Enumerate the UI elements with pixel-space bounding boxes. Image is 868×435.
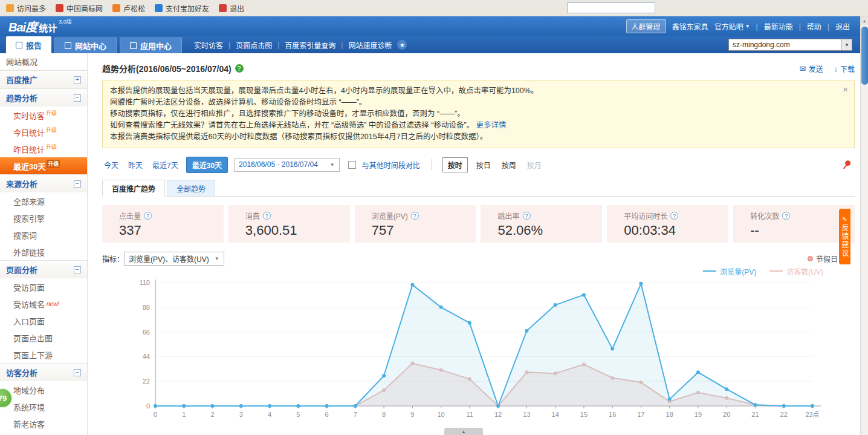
tab-site-center[interactable]: 网站中心: [54, 38, 117, 53]
header-nav: 报告 网站中心 应用中心 实时访客 | 页面点击图 | 百度索引量查询 | 网站…: [0, 36, 868, 53]
help-icon[interactable]: ?: [782, 212, 790, 220]
quick-link-index-query[interactable]: 百度索引量查询: [285, 40, 335, 50]
sidebar-item-visited-pages[interactable]: 受访页面: [0, 278, 87, 295]
quick-link-realtime-visitors[interactable]: 实时访客: [194, 40, 223, 50]
pin-icon[interactable]: [840, 158, 853, 172]
scroll-up-arrow[interactable]: ▲: [861, 16, 868, 25]
sidebar-item-entry-pages[interactable]: 入口页面: [0, 312, 87, 329]
granularity-hourly[interactable]: 按时: [442, 157, 468, 172]
new-features-link[interactable]: 最新功能: [764, 21, 793, 31]
granularity-weekly[interactable]: 按周: [499, 160, 519, 170]
sidebar-item-site-overview[interactable]: 网站概况: [0, 53, 87, 70]
help-link[interactable]: 帮助: [807, 21, 821, 31]
sidebar-item-realtime-visitors[interactable]: 实时访客 升级: [0, 106, 87, 123]
upgrade-badge: 升级: [46, 126, 57, 134]
favicon-icon: [155, 4, 163, 12]
sidebar-label: 受访域名: [13, 298, 45, 310]
download-button[interactable]: ↓ 下载: [834, 64, 855, 74]
help-icon[interactable]: ?: [411, 212, 419, 220]
logout-link[interactable]: 退出: [835, 21, 850, 31]
collapse-panel-handle[interactable]: ▲: [444, 428, 483, 435]
vertical-scrollbar[interactable]: ▲: [860, 16, 868, 435]
tab-all-trend[interactable]: 全部趋势: [167, 180, 215, 196]
sidebar-item-page-flow[interactable]: 页面上下游: [0, 346, 87, 363]
legend-uv-label: 访客数(UV): [786, 266, 823, 276]
help-icon[interactable]: ?: [670, 212, 678, 220]
svg-text:14: 14: [552, 411, 559, 418]
help-icon[interactable]: ?: [523, 212, 531, 220]
collapse-icon[interactable]: −: [74, 94, 81, 102]
help-icon[interactable]: ?: [144, 212, 152, 220]
title-actions: ✉ 发送 ↓ 下载: [800, 64, 855, 74]
tab-app-center[interactable]: 应用中心: [120, 38, 182, 53]
bookmark-most-visited[interactable]: 访问最多: [6, 3, 46, 13]
sidebar-item-page-click-map[interactable]: 页面点击图: [0, 329, 87, 346]
collapse-icon[interactable]: −: [74, 369, 81, 376]
legend-pv[interactable]: 浏览量(PV): [703, 266, 756, 276]
expand-icon[interactable]: +: [74, 76, 81, 83]
range-today[interactable]: 今天: [102, 160, 120, 170]
sidebar-item-new-vs-returning[interactable]: 新老访客: [0, 415, 87, 432]
sidebar-item-today-stats[interactable]: 今日统计 升级: [0, 123, 87, 140]
sidebar-label: 地域分布: [13, 384, 45, 396]
bookmark-trademark-site[interactable]: 中国商标网: [56, 3, 103, 13]
send-button[interactable]: ✉ 发送: [800, 64, 823, 74]
granularity-daily[interactable]: 按日: [474, 160, 493, 170]
sidebar-item-search-terms[interactable]: 搜索词: [0, 226, 87, 243]
svg-text:18: 18: [666, 411, 673, 418]
help-icon[interactable]: ?: [263, 212, 271, 220]
sidebar-section-baidu-promotion[interactable]: 百度推广 +: [0, 70, 87, 88]
collapse-icon[interactable]: −: [74, 180, 81, 188]
compare-label[interactable]: 与其他时间段对比: [362, 160, 420, 170]
help-icon[interactable]: ?: [235, 64, 244, 73]
collapse-icon[interactable]: −: [74, 266, 81, 273]
sidebar-section-source-analysis[interactable]: 来源分析 −: [0, 174, 87, 192]
legend-uv[interactable]: 访客数(UV): [769, 266, 823, 276]
tab-baidu-promotion-trend[interactable]: 百度推广趋势: [102, 180, 165, 197]
range-last-30-days[interactable]: 最近30天: [186, 157, 228, 173]
sidebar-item-last-30-days[interactable]: 最近30天 升级: [0, 157, 87, 174]
sidebar-item-visited-domains[interactable]: 受访域名 new!: [0, 295, 87, 312]
browser-toolbar-input[interactable]: [567, 2, 655, 13]
feedback-button[interactable]: ✎ 反馈建议: [839, 209, 850, 264]
sidebar-section-trend-analysis[interactable]: 趋势分析 −: [0, 88, 87, 106]
range-last-7-days[interactable]: 最近7天: [151, 160, 180, 170]
sidebar-section-page-analysis[interactable]: 页面分析 −: [0, 260, 87, 278]
range-yesterday[interactable]: 昨天: [126, 160, 144, 170]
site-selector[interactable]: sz-mingdong.com ▼: [728, 39, 852, 51]
bookmark-alipay[interactable]: 支付宝加好友: [155, 3, 209, 13]
scrollbar-thumb[interactable]: [861, 27, 868, 85]
compare-checkbox[interactable]: [348, 161, 356, 169]
sidebar-item-search-engines[interactable]: 搜索引擎: [0, 209, 87, 226]
sidebar-item-external-links[interactable]: 外部链接: [0, 243, 87, 260]
bookmark-logout[interactable]: 退出: [219, 3, 244, 13]
tab-report[interactable]: 报告: [6, 36, 51, 53]
pencil-icon: ✎: [842, 216, 847, 223]
close-icon[interactable]: ×: [843, 83, 848, 95]
crowd-manage-button[interactable]: 人群管理: [626, 19, 666, 33]
sidebar-label: 搜索引擎: [13, 212, 45, 224]
bookmark-lusongsong[interactable]: 卢松松: [112, 3, 145, 13]
tieba-link[interactable]: 官方贴吧 ▼: [714, 21, 750, 31]
indicator-select[interactable]: 浏览量(PV)、访客数(UV) ▼: [124, 252, 224, 266]
page-title: 趋势分析(2016/06/05~2016/07/04): [102, 62, 232, 74]
sidebar-section-label: 访客分析: [6, 367, 37, 378]
send-label: 发送: [808, 64, 823, 74]
divider: |: [277, 41, 279, 49]
date-range-select[interactable]: 2016/06/05 - 2016/07/04 ▼: [234, 158, 340, 172]
quick-link-speed-diagnosis[interactable]: 网站速度诊断: [348, 40, 392, 50]
app-center-icon: [130, 42, 137, 49]
metric-card-cost: 消费 ? 3,600.51: [228, 205, 350, 243]
svg-text:88: 88: [143, 304, 150, 311]
sidebar-label: 受访页面: [13, 281, 45, 293]
more-details-link[interactable]: 更多详情: [476, 121, 507, 129]
sidebar-item-geo-distribution[interactable]: 地域分布: [0, 381, 87, 398]
quick-link-page-click-map[interactable]: 页面点击图: [236, 40, 272, 50]
indicator-label: 指标：: [102, 253, 124, 264]
sidebar-section-visitor-analysis[interactable]: 访客分析 −: [0, 363, 87, 381]
account-name-link[interactable]: 鑫铭东家具: [672, 21, 708, 31]
sidebar-item-yesterday-stats[interactable]: 昨日统计 升级: [0, 140, 87, 157]
sidebar-item-system-environment[interactable]: 系统环境: [0, 398, 87, 415]
sidebar-item-all-sources[interactable]: 全部来源: [0, 192, 87, 209]
holiday-toggle[interactable]: 节假日: [808, 253, 838, 264]
